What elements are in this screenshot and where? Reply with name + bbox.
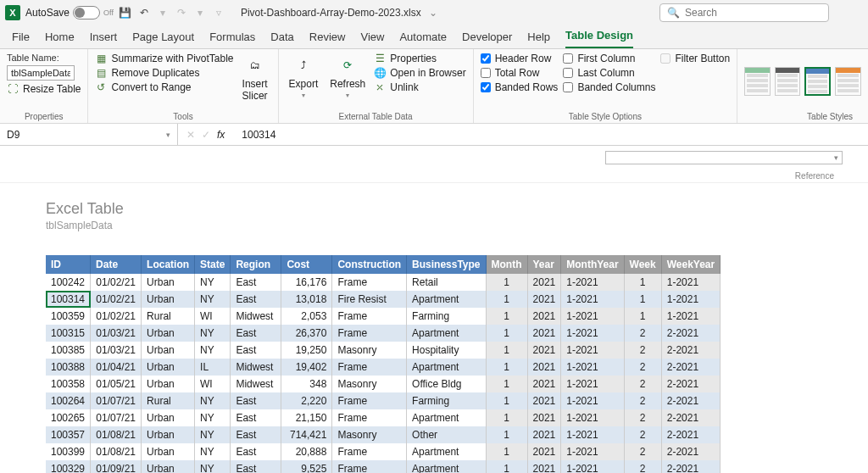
banded-rows-checkbox[interactable]: Banded Rows xyxy=(481,81,559,93)
tab-home[interactable]: Home xyxy=(45,31,75,48)
redo-dropdown-icon[interactable]: ▾ xyxy=(193,6,207,19)
table-cell[interactable]: Urban xyxy=(142,460,195,473)
table-cell[interactable]: East xyxy=(231,409,281,426)
table-cell[interactable]: NY xyxy=(195,426,231,443)
search-box[interactable]: 🔍 xyxy=(659,3,829,22)
table-cell[interactable]: 20,888 xyxy=(281,443,332,460)
table-cell[interactable]: East xyxy=(231,325,281,342)
table-cell[interactable]: East xyxy=(231,342,281,359)
tab-data[interactable]: Data xyxy=(270,31,293,48)
table-cell[interactable]: 1-2021 xyxy=(561,325,624,342)
tab-review[interactable]: Review xyxy=(309,31,346,48)
table-cell[interactable]: 1 xyxy=(486,359,527,376)
table-cell[interactable]: 1 xyxy=(624,291,661,308)
table-cell[interactable]: IL xyxy=(195,359,231,376)
table-cell[interactable]: 01/07/21 xyxy=(91,392,142,409)
table-cell[interactable]: Hospitality xyxy=(407,342,486,359)
table-cell[interactable]: 2-2021 xyxy=(661,426,721,443)
summarize-pivot-button[interactable]: ▦Summarize with PivotTable xyxy=(95,53,233,64)
table-cell[interactable]: NY xyxy=(195,274,231,291)
tab-table-design[interactable]: Table Design xyxy=(565,29,633,48)
search-input[interactable] xyxy=(685,7,821,19)
table-row[interactable]: 10031401/02/21UrbanNYEast13,018Fire Resi… xyxy=(46,291,721,308)
table-cell[interactable]: Urban xyxy=(142,274,195,291)
table-cell[interactable]: Urban xyxy=(142,359,195,376)
total-row-checkbox[interactable]: Total Row xyxy=(481,67,559,79)
table-name-input[interactable] xyxy=(7,65,75,81)
remove-duplicates-button[interactable]: ▤Remove Duplicates xyxy=(95,67,233,79)
table-row[interactable]: 10038501/03/21UrbanNYEast19,250MasonryHo… xyxy=(46,342,721,359)
table-cell[interactable]: 01/05/21 xyxy=(91,376,142,392)
column-header[interactable]: BusinessType xyxy=(407,255,486,274)
first-column-checkbox[interactable]: First Column xyxy=(563,53,655,64)
table-cell[interactable]: Farming xyxy=(407,392,486,409)
table-cell[interactable]: Farming xyxy=(407,308,486,325)
table-cell[interactable]: 2-2021 xyxy=(661,325,721,342)
table-cell[interactable]: 1-2021 xyxy=(561,308,624,325)
table-cell[interactable]: Frame xyxy=(332,443,407,460)
table-cell[interactable]: 2-2021 xyxy=(661,392,721,409)
table-cell[interactable]: Rural xyxy=(142,392,195,409)
table-cell[interactable]: 1-2021 xyxy=(561,291,624,308)
table-style-thumb[interactable] xyxy=(804,67,831,96)
table-cell[interactable]: Urban xyxy=(142,426,195,443)
table-cell[interactable]: East xyxy=(231,443,281,460)
table-cell[interactable]: 2-2021 xyxy=(661,460,721,473)
table-cell[interactable]: 01/08/21 xyxy=(91,443,142,460)
table-cell[interactable]: 2 xyxy=(624,443,661,460)
fx-icon[interactable]: fx xyxy=(217,129,225,141)
table-cell[interactable]: 01/07/21 xyxy=(91,409,142,426)
dropdown-placeholder[interactable]: ▾ xyxy=(605,151,843,164)
table-cell[interactable]: 2021 xyxy=(527,409,561,426)
table-cell[interactable]: Apartment xyxy=(407,460,486,473)
table-cell[interactable]: NY xyxy=(195,342,231,359)
toggle-switch-icon[interactable] xyxy=(73,6,100,19)
table-cell[interactable]: Apartment xyxy=(407,443,486,460)
table-cell[interactable]: 100385 xyxy=(46,342,91,359)
table-row[interactable]: 10024201/02/21UrbanNYEast16,176FrameReta… xyxy=(46,274,721,291)
table-row[interactable]: 10032901/09/21UrbanNYEast9,525FrameApart… xyxy=(46,460,721,473)
table-cell[interactable]: 19,402 xyxy=(281,359,332,376)
table-cell[interactable]: 01/03/21 xyxy=(91,325,142,342)
table-cell[interactable]: 2021 xyxy=(527,308,561,325)
table-cell[interactable]: 2 xyxy=(624,392,661,409)
last-column-checkbox[interactable]: Last Column xyxy=(563,67,655,79)
table-cell[interactable]: Apartment xyxy=(407,359,486,376)
table-cell[interactable]: East xyxy=(231,392,281,409)
table-cell[interactable]: 100264 xyxy=(46,392,91,409)
table-cell[interactable]: 19,250 xyxy=(281,342,332,359)
table-cell[interactable]: 2021 xyxy=(527,426,561,443)
table-cell[interactable]: Urban xyxy=(142,443,195,460)
table-cell[interactable]: 21,150 xyxy=(281,409,332,426)
header-row-checkbox[interactable]: Header Row xyxy=(481,53,559,64)
column-header[interactable]: Location xyxy=(142,255,195,274)
table-cell[interactable]: 100314 xyxy=(46,291,91,308)
accept-formula-icon[interactable]: ✓ xyxy=(202,129,210,141)
table-row[interactable]: 10035701/08/21UrbanNYEast714,421MasonryO… xyxy=(46,426,721,443)
undo-dropdown-icon[interactable]: ▾ xyxy=(156,6,170,19)
table-cell[interactable]: 1 xyxy=(624,308,661,325)
table-cell[interactable]: Midwest xyxy=(231,359,281,376)
table-cell[interactable]: WI xyxy=(195,308,231,325)
table-cell[interactable]: 2 xyxy=(624,342,661,359)
save-icon[interactable]: 💾 xyxy=(119,6,132,19)
table-cell[interactable]: 16,176 xyxy=(281,274,332,291)
table-cell[interactable]: Urban xyxy=(142,325,195,342)
table-cell[interactable]: 2 xyxy=(624,426,661,443)
table-cell[interactable]: Frame xyxy=(332,460,407,473)
table-style-thumb[interactable] xyxy=(835,67,861,96)
filename-dropdown-icon[interactable]: ⌄ xyxy=(426,6,440,19)
table-cell[interactable]: Urban xyxy=(142,342,195,359)
table-cell[interactable]: 100359 xyxy=(46,308,91,325)
table-cell[interactable]: 100357 xyxy=(46,426,91,443)
table-cell[interactable]: 1 xyxy=(486,342,527,359)
convert-range-button[interactable]: ↺Convert to Range xyxy=(95,81,233,93)
table-cell[interactable]: 26,370 xyxy=(281,325,332,342)
table-cell[interactable]: East xyxy=(231,291,281,308)
table-cell[interactable]: 1 xyxy=(486,426,527,443)
table-cell[interactable]: 2 xyxy=(624,359,661,376)
table-cell[interactable]: Frame xyxy=(332,392,407,409)
table-cell[interactable]: 2-2021 xyxy=(661,342,721,359)
table-cell[interactable]: 2,053 xyxy=(281,308,332,325)
table-cell[interactable]: 1-2021 xyxy=(561,460,624,473)
